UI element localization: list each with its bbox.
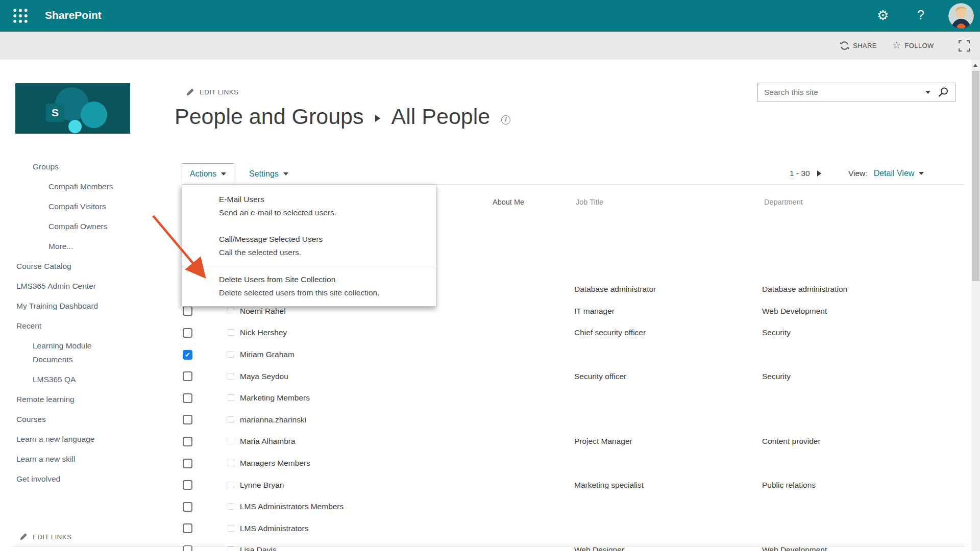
department-cell: Security: [762, 328, 791, 337]
person-name-link[interactable]: LMS Administrators: [240, 524, 308, 533]
sidebar-item[interactable]: Recent: [0, 316, 122, 336]
vertical-scrollbar[interactable]: [971, 60, 980, 551]
scroll-up-icon[interactable]: [973, 64, 977, 67]
item-range: 1 - 30: [790, 169, 810, 178]
row-checkbox[interactable]: [183, 350, 192, 360]
row-checkbox[interactable]: [183, 393, 192, 403]
row-checkbox[interactable]: [183, 371, 192, 381]
ribbon-bar: SHARE ☆ FOLLOW: [0, 32, 980, 60]
job-title-cell: IT manager: [574, 307, 615, 316]
presence-icon: [228, 329, 234, 336]
sidebar-item[interactable]: LMS365 Admin Center: [0, 276, 122, 296]
title-all-people: All People: [391, 104, 491, 129]
sidebar-item[interactable]: Groups: [0, 157, 122, 177]
sidebar-item[interactable]: More...: [0, 236, 122, 256]
sidebar-item[interactable]: Compafi Visitors: [0, 196, 122, 216]
presence-icon: [228, 460, 234, 466]
menu-item[interactable]: Call/Message Selected Users Call the sel…: [182, 226, 436, 266]
share-icon: [840, 41, 849, 51]
person-name-link[interactable]: Managers Members: [240, 459, 310, 468]
sidebar-item[interactable]: Compafi Members: [0, 177, 122, 196]
sidebar-item[interactable]: Course Catalog: [0, 256, 122, 276]
person-name-link[interactable]: Miriam Graham: [240, 350, 295, 359]
menu-item[interactable]: E-Mail Users Send an e-mail to selected …: [182, 186, 436, 226]
person-name-link[interactable]: Maya Seydou: [240, 372, 288, 381]
actions-dropdown-button[interactable]: Actions: [182, 163, 234, 185]
list-bottom-border: [13, 546, 965, 546]
department-cell: Web Development: [762, 307, 827, 316]
chevron-down-icon: [919, 172, 924, 175]
table-row: Miriam Graham: [0, 344, 980, 366]
person-name-link[interactable]: Noemi Rahel: [240, 307, 286, 316]
table-row: marianna.zharinski: [0, 409, 980, 431]
row-checkbox[interactable]: [183, 415, 192, 424]
table-row: Managers Members: [0, 453, 980, 474]
sidebar-item[interactable]: Get involved: [0, 469, 122, 489]
search-scope-caret-icon[interactable]: [925, 91, 930, 94]
settings-label: Settings: [249, 169, 279, 179]
menu-item[interactable]: Delete Users from Site Collection Delete…: [182, 266, 436, 306]
sharepoint-page: SharePoint ⚙ ? SHARE ☆ FOLLOW: [0, 0, 980, 551]
waffle-icon: [13, 9, 28, 23]
sidebar-item[interactable]: Remote learning: [0, 389, 122, 409]
settings-dropdown-button[interactable]: Settings: [249, 163, 288, 185]
person-name-link[interactable]: LMS Administrators Members: [240, 502, 344, 511]
scrollbar-thumb[interactable]: [972, 71, 979, 281]
presence-icon: [228, 546, 234, 551]
share-button[interactable]: SHARE: [840, 32, 877, 60]
next-page-icon[interactable]: [817, 170, 821, 177]
table-row: LMS Administrators: [0, 518, 980, 540]
focus-brackets-icon: [959, 40, 970, 52]
job-title-cell: Web Designer: [574, 545, 624, 551]
sidebar-item[interactable]: Learning Module Documents: [0, 336, 122, 369]
person-name-link[interactable]: Maria Alhambra: [240, 437, 296, 446]
sidebar-item[interactable]: Compafi Owners: [0, 216, 122, 236]
presence-icon: [228, 503, 234, 510]
settings-gear-icon[interactable]: ⚙: [877, 8, 889, 23]
row-checkbox[interactable]: [183, 480, 192, 490]
follow-button[interactable]: ☆ FOLLOW: [892, 32, 934, 60]
row-checkbox[interactable]: [183, 523, 192, 533]
title-people-and-groups[interactable]: People and Groups: [175, 104, 364, 129]
person-name-link[interactable]: Marketing Members: [240, 393, 310, 403]
user-avatar[interactable]: [948, 3, 974, 29]
column-header-about-me[interactable]: About Me: [493, 198, 524, 206]
column-header-department[interactable]: Department: [764, 198, 803, 206]
sidebar-item[interactable]: Learn a new skill: [0, 449, 122, 469]
row-checkbox[interactable]: [183, 328, 192, 338]
edit-links-top[interactable]: EDIT LINKS: [186, 88, 238, 96]
job-title-cell: Security officer: [574, 372, 626, 381]
chevron-down-icon: [221, 172, 226, 176]
row-checkbox[interactable]: [183, 437, 192, 446]
sharepoint-s-tile: S: [46, 104, 64, 122]
person-name-link[interactable]: Lynne Bryan: [240, 481, 284, 490]
presence-icon: [228, 351, 234, 358]
help-icon[interactable]: ?: [917, 8, 924, 22]
breadcrumb-arrow-icon: [375, 115, 380, 122]
info-icon[interactable]: i: [501, 115, 510, 124]
row-checkbox[interactable]: [183, 306, 192, 316]
department-cell: Database administration: [762, 285, 847, 294]
site-logo[interactable]: S: [15, 83, 130, 134]
presence-icon: [228, 482, 234, 488]
focus-mode-button[interactable]: [959, 40, 970, 54]
suite-bar: SharePoint ⚙ ?: [0, 0, 980, 32]
menu-item-title: E-Mail Users: [219, 193, 428, 206]
sidebar-item[interactable]: Courses: [0, 409, 122, 429]
search-input[interactable]: [758, 88, 923, 97]
row-checkbox[interactable]: [183, 502, 192, 512]
view-dropdown[interactable]: Detail View: [874, 169, 924, 178]
menu-item-title: Call/Message Selected Users: [219, 233, 428, 246]
sidebar-item[interactable]: Learn a new language: [0, 429, 122, 449]
person-name-link[interactable]: Lisa Davis: [240, 545, 277, 551]
search-icon[interactable]: [938, 87, 949, 98]
app-launcher-waffle-icon[interactable]: [13, 9, 28, 23]
presence-icon: [228, 525, 234, 532]
job-title-cell: Chief security officer: [574, 328, 646, 337]
column-header-job-title[interactable]: Job Title: [576, 198, 603, 206]
person-name-link[interactable]: marianna.zharinski: [240, 415, 306, 424]
sidebar-item[interactable]: LMS365 QA: [0, 369, 122, 389]
row-checkbox[interactable]: [183, 459, 192, 468]
sidebar-item[interactable]: My Training Dashboard: [0, 296, 122, 316]
person-name-link[interactable]: Nick Hershey: [240, 328, 287, 337]
